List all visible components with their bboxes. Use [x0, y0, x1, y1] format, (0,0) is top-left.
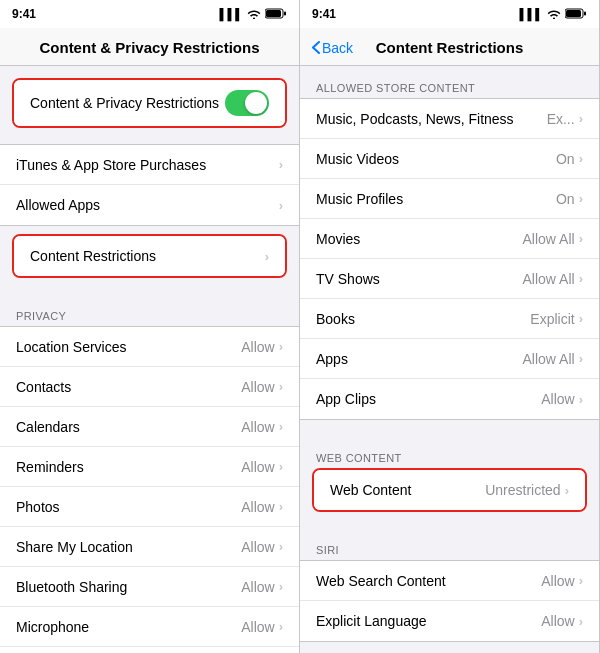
- chevron-icon-mic: ›: [279, 619, 283, 634]
- chevron-apps: ›: [579, 351, 583, 366]
- allowed-apps-item[interactable]: Allowed Apps ›: [0, 185, 299, 225]
- apps-item[interactable]: Apps Allow All ›: [300, 339, 599, 379]
- right-panel: 9:41 ▌▌▌ Back Content Restrictions ALLOW…: [300, 0, 600, 653]
- privacy-section-header: PRIVACY: [0, 294, 299, 326]
- toggle-section: Content & Privacy Restrictions: [12, 78, 287, 128]
- chevron-icon-sl: ›: [279, 539, 283, 554]
- status-bar-right: 9:41 ▌▌▌: [300, 0, 599, 28]
- chevron-mv: ›: [579, 151, 583, 166]
- web-content-item[interactable]: Web Content Unrestricted ›: [314, 470, 585, 510]
- siri-list: Web Search Content Allow › Explicit Lang…: [300, 560, 599, 642]
- chevron-ws: ›: [579, 573, 583, 588]
- top-menu-list: iTunes & App Store Purchases › Allowed A…: [0, 144, 299, 226]
- svg-rect-1: [266, 10, 281, 17]
- left-panel: 9:41 ▌▌▌ Content & Privacy Restrictions …: [0, 0, 300, 653]
- page-title-right: Content Restrictions: [376, 39, 524, 56]
- chevron-icon-2: ›: [279, 198, 283, 213]
- movies-item[interactable]: Movies Allow All ›: [300, 219, 599, 259]
- chevron-ac: ›: [579, 392, 583, 407]
- web-content-highlight: Web Content Unrestricted ›: [312, 468, 587, 512]
- left-content: Content & Privacy Restrictions iTunes & …: [0, 66, 299, 653]
- chevron-icon-rem: ›: [279, 459, 283, 474]
- explicit-language-item[interactable]: Explicit Language Allow ›: [300, 601, 599, 641]
- itunes-purchases-item[interactable]: iTunes & App Store Purchases ›: [0, 145, 299, 185]
- siri-header: SIRI: [300, 528, 599, 560]
- right-content: ALLOWED STORE CONTENT Music, Podcasts, N…: [300, 66, 599, 653]
- bluetooth-sharing-item[interactable]: Bluetooth Sharing Allow ›: [0, 567, 299, 607]
- music-podcasts-item[interactable]: Music, Podcasts, News, Fitness Ex... ›: [300, 99, 599, 139]
- back-button[interactable]: Back: [312, 40, 353, 56]
- svg-rect-2: [284, 11, 286, 15]
- status-bar-left: 9:41 ▌▌▌: [0, 0, 299, 28]
- content-restrictions-item[interactable]: Content Restrictions ›: [14, 236, 285, 276]
- location-services-item[interactable]: Location Services Allow ›: [0, 327, 299, 367]
- svg-rect-4: [566, 10, 581, 17]
- privacy-restrictions-toggle[interactable]: [225, 90, 269, 116]
- speech-recognition-item[interactable]: Speech Recognition Allow ›: [0, 647, 299, 653]
- content-restrictions-highlight: Content Restrictions ›: [12, 234, 287, 278]
- nav-header-right: Back Content Restrictions: [300, 28, 599, 66]
- toggle-label: Content & Privacy Restrictions: [30, 95, 219, 111]
- svg-rect-5: [584, 11, 586, 15]
- battery-icon: [265, 8, 287, 21]
- web-content-section: Web Content Unrestricted ›: [312, 468, 587, 512]
- toggle-highlight: Content & Privacy Restrictions: [12, 78, 287, 128]
- chevron-icon-cr: ›: [265, 249, 269, 264]
- books-item[interactable]: Books Explicit ›: [300, 299, 599, 339]
- web-search-item[interactable]: Web Search Content Allow ›: [300, 561, 599, 601]
- page-title-left: Content & Privacy Restrictions: [39, 39, 259, 56]
- chevron-tv: ›: [579, 271, 583, 286]
- allowed-store-list: Music, Podcasts, News, Fitness Ex... › M…: [300, 98, 599, 420]
- chevron-icon-c: ›: [279, 379, 283, 394]
- signal-icon: ▌▌▌: [220, 8, 243, 20]
- chevron-icon-cal: ›: [279, 419, 283, 434]
- wifi-icon-r: [547, 8, 561, 21]
- app-clips-item[interactable]: App Clips Allow ›: [300, 379, 599, 419]
- music-profiles-item[interactable]: Music Profiles On ›: [300, 179, 599, 219]
- tv-shows-item[interactable]: TV Shows Allow All ›: [300, 259, 599, 299]
- reminders-item[interactable]: Reminders Allow ›: [0, 447, 299, 487]
- status-icons-left: ▌▌▌: [220, 8, 287, 21]
- wifi-icon: [247, 8, 261, 21]
- chevron-mov: ›: [579, 231, 583, 246]
- chevron-icon: ›: [279, 157, 283, 172]
- share-location-item[interactable]: Share My Location Allow ›: [0, 527, 299, 567]
- chevron-books: ›: [579, 311, 583, 326]
- time-right: 9:41: [312, 7, 336, 21]
- chevron-music: ›: [579, 111, 583, 126]
- chevron-icon-ph: ›: [279, 499, 283, 514]
- music-videos-item[interactable]: Music Videos On ›: [300, 139, 599, 179]
- chevron-wc: ›: [565, 483, 569, 498]
- privacy-list: Location Services Allow › Contacts Allow…: [0, 326, 299, 653]
- chevron-el: ›: [579, 614, 583, 629]
- chevron-icon-ls: ›: [279, 339, 283, 354]
- top-menu-group: iTunes & App Store Purchases › Allowed A…: [0, 144, 299, 226]
- web-content-header: WEB CONTENT: [300, 436, 599, 468]
- time-left: 9:41: [12, 7, 36, 21]
- allowed-store-header: ALLOWED STORE CONTENT: [300, 66, 599, 98]
- microphone-item[interactable]: Microphone Allow ›: [0, 607, 299, 647]
- content-restrictions-section: Content Restrictions ›: [12, 234, 287, 278]
- privacy-restrictions-toggle-row[interactable]: Content & Privacy Restrictions: [14, 80, 285, 126]
- contacts-item[interactable]: Contacts Allow ›: [0, 367, 299, 407]
- calendars-item[interactable]: Calendars Allow ›: [0, 407, 299, 447]
- signal-icon-r: ▌▌▌: [520, 8, 543, 20]
- battery-icon-r: [565, 8, 587, 21]
- status-icons-right: ▌▌▌: [520, 8, 587, 21]
- chevron-icon-bt: ›: [279, 579, 283, 594]
- nav-header-left: Content & Privacy Restrictions: [0, 28, 299, 66]
- photos-item[interactable]: Photos Allow ›: [0, 487, 299, 527]
- back-label: Back: [322, 40, 353, 56]
- chevron-mp: ›: [579, 191, 583, 206]
